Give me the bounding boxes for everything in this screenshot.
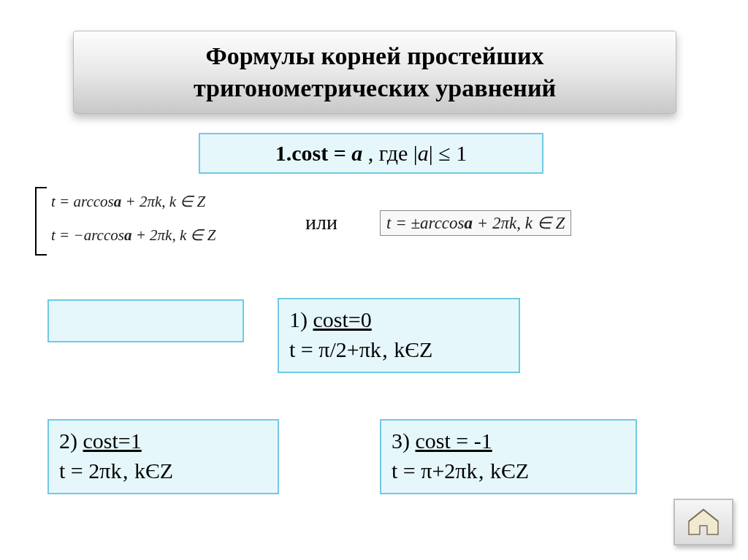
main-equation-box: 1.cost = а , где |а| ≤ 1 [199,133,543,174]
bracket-line1: t = arccosa + 2πk, k ∈ Z [51,193,205,211]
special-case-3: 3) cost = -1 t = π+2πk‚ kЄZ [380,419,637,494]
title-line1: Формулы корней простейших [205,42,543,69]
special-case-2: 2) cost=1 t = 2πk‚ kЄZ [47,419,279,494]
empty-placeholder-box [47,299,244,342]
title-line2: тригонометрических уравнений [194,74,556,101]
title-box: Формулы корней простейших тригонометриче… [73,31,676,114]
home-icon [687,508,720,536]
bracket-formula: t = arccosa + 2πk, k ∈ Z t = −arccosa + … [35,187,283,260]
home-button[interactable] [673,499,733,545]
main-equation: 1.cost = а , где |а| ≤ 1 [275,141,467,166]
special-case-1: 1) cost=0 t = π/2+πk‚ kЄZ [278,298,520,373]
combined-formula: t = ±arccosa + 2πk, k ∈ Z [380,210,571,236]
bracket-line2: t = −arccosa + 2πk, k ∈ Z [51,226,215,245]
title-text: Формулы корней простейших тригонометриче… [194,40,556,104]
left-bracket [35,187,47,256]
or-label: или [305,211,337,234]
